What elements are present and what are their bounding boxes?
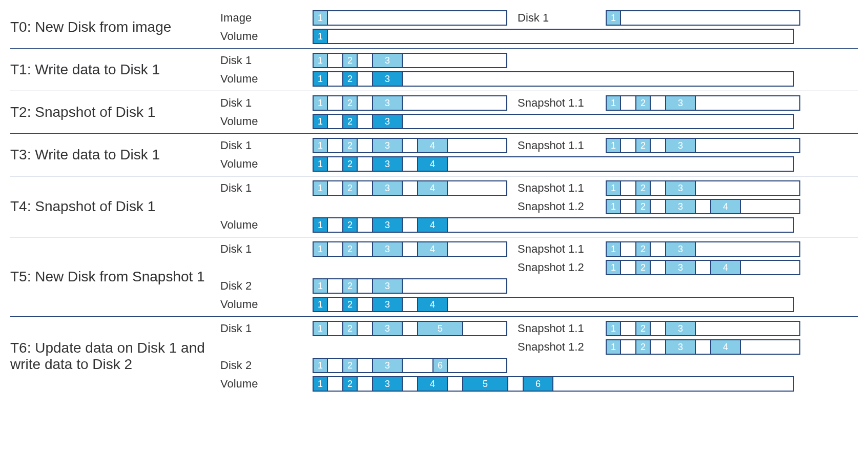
- block-1: 1: [606, 199, 621, 214]
- row-bars: 1234: [313, 297, 858, 312]
- row-label: Disk 2: [220, 359, 302, 372]
- bar-gap: [403, 377, 418, 391]
- bar-gap: [621, 261, 636, 274]
- row: Volume123456: [220, 376, 858, 392]
- block-5: 5: [462, 376, 508, 392]
- block-4: 4: [417, 376, 448, 392]
- secondary-label: Disk 1: [518, 11, 594, 25]
- block-5: 5: [417, 321, 463, 336]
- row-bars: Snapshot 1.21234: [313, 339, 858, 355]
- block-2: 2: [635, 260, 651, 275]
- block-2: 2: [635, 199, 651, 214]
- bar-gap: [328, 359, 343, 372]
- secondary: Snapshot 1.21234: [518, 260, 800, 275]
- step-t0: T0: New Disk from imageImage1Disk 11Volu…: [10, 6, 858, 48]
- block-3: 3: [372, 278, 403, 294]
- block-3: 3: [665, 95, 696, 111]
- bar-gap: [696, 261, 711, 274]
- block-1: 1: [606, 321, 621, 336]
- block-3: 3: [372, 321, 403, 336]
- block-4: 4: [710, 199, 741, 214]
- disk-bar: 123: [313, 95, 507, 111]
- volume-bar: 123: [313, 71, 794, 87]
- volume-bar: 1: [313, 29, 794, 44]
- block-2: 2: [635, 95, 651, 111]
- row: Disk 21236: [220, 358, 858, 373]
- row-label: Volume: [220, 218, 302, 232]
- bar-gap: [358, 377, 373, 391]
- block-3: 3: [665, 260, 696, 275]
- block-1: 1: [606, 260, 621, 275]
- row: Volume1: [220, 29, 858, 44]
- block-4: 4: [417, 156, 448, 172]
- block-1: 1: [606, 10, 621, 26]
- row-bars: 1: [313, 29, 858, 44]
- row: Volume1234: [220, 297, 858, 312]
- block-1: 1: [313, 71, 328, 87]
- block-1: 1: [313, 180, 328, 196]
- bar-gap: [328, 279, 343, 293]
- bar-gap: [403, 181, 418, 195]
- bar-gap: [358, 96, 373, 110]
- secondary-label: Snapshot 1.1: [518, 139, 594, 152]
- bar-gap: [621, 242, 636, 256]
- bar-gap: [696, 200, 711, 213]
- block-2: 2: [342, 321, 358, 336]
- block-1: 1: [606, 339, 621, 355]
- block-4: 4: [710, 339, 741, 355]
- block-1: 1: [313, 53, 328, 68]
- block-3: 3: [372, 376, 403, 392]
- disk-bar: 1236: [313, 358, 507, 373]
- row-bars: 123Snapshot 1.1123: [313, 95, 858, 111]
- row-bars: 123456: [313, 376, 858, 392]
- block-2: 2: [342, 114, 358, 129]
- block-2: 2: [635, 138, 651, 153]
- row-bars: 1234: [313, 217, 858, 233]
- step-t4: T4: Snapshot of Disk 1Disk 11234Snapshot…: [10, 176, 858, 237]
- block-4: 4: [417, 297, 448, 312]
- row-bars: 1234Snapshot 1.1123: [313, 138, 858, 153]
- block-1: 1: [313, 297, 328, 312]
- step-rows: Disk 11234Snapshot 1.1123Snapshot 1.2123…: [220, 180, 858, 233]
- block-1: 1: [313, 10, 328, 26]
- block-3: 3: [372, 138, 403, 153]
- bar-gap: [328, 181, 343, 195]
- row: Disk 11234Snapshot 1.1123: [220, 241, 858, 257]
- block-1: 1: [313, 241, 328, 257]
- row-bars: Snapshot 1.21234: [313, 199, 858, 214]
- bar-gap: [621, 181, 636, 195]
- row-bars: 123: [313, 71, 858, 87]
- block-2: 2: [342, 95, 358, 111]
- snapshot-bar: 1234: [606, 199, 800, 214]
- step-rows: Disk 11234Snapshot 1.1123Volume1234: [220, 138, 858, 172]
- secondary: Disk 11: [518, 10, 800, 26]
- row: Disk 1123Snapshot 1.1123: [220, 95, 858, 111]
- bar-gap: [358, 115, 373, 128]
- row: Volume1234: [220, 156, 858, 172]
- bar-gap: [358, 72, 373, 86]
- row: Snapshot 1.21234: [220, 260, 858, 275]
- row-bars: 1234Snapshot 1.1123: [313, 180, 858, 196]
- step-title: T2: Snapshot of Disk 1: [10, 95, 220, 129]
- block-3: 3: [372, 114, 403, 129]
- bar-gap: [621, 200, 636, 213]
- block-3: 3: [372, 297, 403, 312]
- row: Snapshot 1.21234: [220, 199, 858, 214]
- row: Snapshot 1.21234: [220, 339, 858, 355]
- disk-bar: 1234: [313, 180, 507, 196]
- bar-gap: [358, 242, 373, 256]
- block-3: 3: [372, 53, 403, 68]
- block-1: 1: [313, 321, 328, 336]
- volume-bar: 123: [313, 114, 794, 129]
- row: Disk 11235Snapshot 1.1123: [220, 321, 858, 336]
- row-label: Disk 1: [220, 322, 302, 335]
- secondary-label: Snapshot 1.1: [518, 96, 594, 110]
- bar-gap: [621, 322, 636, 335]
- step-t3: T3: Write data to Disk 1Disk 11234Snapsh…: [10, 133, 858, 176]
- bar-gap: [358, 181, 373, 195]
- block-3: 3: [372, 217, 403, 233]
- bar-gap: [328, 218, 343, 232]
- block-2: 2: [342, 278, 358, 294]
- bar-gap: [358, 218, 373, 232]
- row-bars: 1Disk 11: [313, 10, 858, 26]
